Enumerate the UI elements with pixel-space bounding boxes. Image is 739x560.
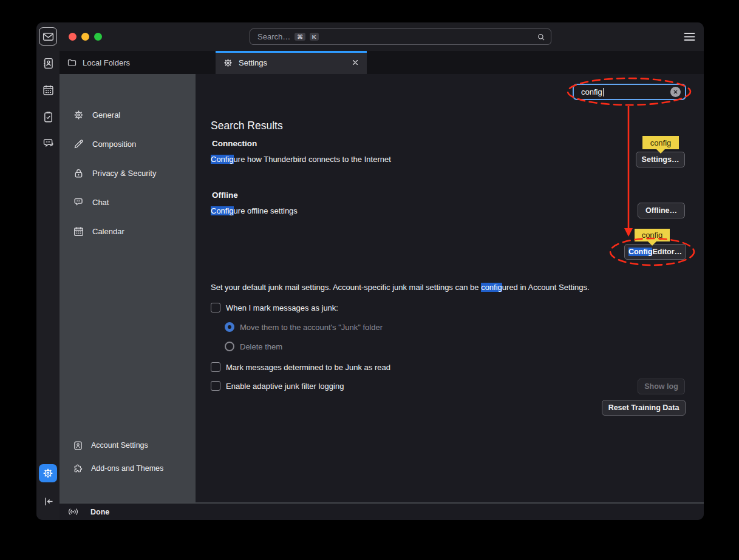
tab-settings[interactable]: Settings bbox=[216, 51, 367, 74]
highlighted-match: Config bbox=[628, 248, 653, 256]
calendar-icon bbox=[42, 84, 55, 96]
shortcut-k-key: K bbox=[310, 33, 319, 41]
address-book-icon bbox=[42, 57, 55, 70]
sidebar-item-general[interactable]: General bbox=[60, 100, 196, 129]
sidebar-footer: Account Settings Add-ons and Themes bbox=[60, 434, 196, 480]
settings-search-value: config bbox=[581, 87, 602, 96]
config-editor-button[interactable]: Config Editor… bbox=[624, 244, 686, 260]
connection-settings-button[interactable]: Settings… bbox=[636, 152, 685, 167]
checkbox-label: Enable adaptive junk filter logging bbox=[226, 382, 344, 391]
shortcut-cmd-key: ⌘ bbox=[295, 33, 305, 41]
checkbox-row-mark-junk: When I mark messages as junk: bbox=[211, 302, 338, 314]
global-search-field[interactable]: Search… ⌘ K bbox=[250, 29, 551, 45]
calendar-space-button[interactable] bbox=[39, 81, 57, 99]
puzzle-icon bbox=[73, 464, 83, 474]
text-caret bbox=[603, 88, 604, 96]
checkbox-row-mark-read: Mark messages determined to be Junk as r… bbox=[211, 361, 390, 373]
activity-broadcast-icon[interactable] bbox=[67, 507, 79, 516]
highlighted-match: config bbox=[481, 283, 502, 292]
chat-space-button[interactable] bbox=[39, 134, 57, 152]
status-bar: Done bbox=[60, 502, 704, 520]
close-window-button[interactable] bbox=[69, 33, 77, 41]
checkbox-label: Mark messages determined to be Junk as r… bbox=[226, 363, 390, 372]
spaces-toolbar bbox=[36, 22, 60, 520]
sidebar-item-privacy-security[interactable]: Privacy & Security bbox=[60, 158, 196, 187]
section-heading-offline: Offline bbox=[212, 191, 238, 200]
clear-search-button[interactable] bbox=[670, 87, 681, 97]
traffic-lights bbox=[69, 33, 102, 41]
sidebar-item-label: Composition bbox=[92, 140, 136, 149]
hamburger-menu-icon bbox=[684, 32, 695, 41]
move-to-junk-radio[interactable] bbox=[225, 322, 234, 332]
sidebar-item-label: Calendar bbox=[92, 227, 124, 236]
tasks-icon bbox=[42, 110, 55, 123]
sidebar-item-label: General bbox=[92, 110, 120, 120]
sidebar-item-addons-themes[interactable]: Add-ons and Themes bbox=[60, 457, 196, 480]
chat-icon bbox=[42, 137, 55, 150]
sidebar-item-composition[interactable]: Composition bbox=[60, 129, 196, 158]
settings-space-button[interactable] bbox=[39, 464, 57, 482]
intro-post: ured in Account Settings. bbox=[502, 283, 590, 292]
account-icon bbox=[73, 440, 83, 451]
checkbox-label: When I mark messages as junk: bbox=[226, 303, 338, 312]
highlighted-match: Config bbox=[211, 155, 234, 164]
app-menu-button[interactable] bbox=[683, 31, 695, 42]
tab-label: Local Folders bbox=[83, 58, 130, 67]
annotation-arrow-head bbox=[624, 228, 633, 237]
mail-icon bbox=[42, 30, 55, 43]
checkbox-row-adaptive-logging: Enable adaptive junk filter logging bbox=[211, 380, 344, 392]
button-label-rest: Editor… bbox=[652, 248, 682, 256]
close-tab-button[interactable] bbox=[351, 58, 359, 67]
gear-icon bbox=[223, 58, 233, 68]
sidebar-item-label: Add-ons and Themes bbox=[91, 464, 163, 473]
show-log-button[interactable]: Show log bbox=[638, 379, 685, 394]
pencil-icon bbox=[73, 138, 84, 150]
tab-bar: Local Folders Settings bbox=[60, 51, 704, 74]
section-heading-connection: Connection bbox=[212, 139, 257, 148]
calendar-icon bbox=[73, 226, 84, 237]
radio-label: Move them to the account's "Junk" folder bbox=[240, 323, 383, 332]
sidebar-item-label: Privacy & Security bbox=[92, 169, 156, 178]
settings-search-input[interactable]: config bbox=[573, 84, 686, 100]
result-description-offline: Configure offline settings bbox=[211, 206, 298, 215]
settings-content: config Search Results Connection Configu… bbox=[196, 74, 704, 502]
radio-row-delete: Delete them bbox=[225, 340, 282, 353]
radio-row-move-junk: Move them to the account's "Junk" folder bbox=[225, 321, 383, 333]
mark-read-checkbox[interactable] bbox=[211, 362, 220, 372]
tab-local-folders[interactable]: Local Folders bbox=[60, 51, 216, 74]
sidebar-item-calendar[interactable]: Calendar bbox=[60, 217, 196, 246]
mail-space-button[interactable] bbox=[39, 27, 57, 46]
delete-them-radio[interactable] bbox=[225, 342, 234, 351]
address-book-space-button[interactable] bbox=[39, 54, 57, 72]
collapse-spaces-button[interactable] bbox=[39, 492, 57, 510]
radio-label: Delete them bbox=[240, 342, 282, 351]
annotation-flag-config-1: config bbox=[642, 136, 679, 149]
description-rest: ure how Thunderbird connects to the Inte… bbox=[234, 155, 391, 164]
collapse-icon bbox=[42, 495, 55, 508]
highlighted-match: Config bbox=[211, 206, 234, 215]
sidebar-item-account-settings[interactable]: Account Settings bbox=[60, 434, 196, 457]
search-results-heading: Search Results bbox=[211, 120, 283, 132]
folder-icon bbox=[67, 58, 77, 68]
adaptive-logging-checkbox[interactable] bbox=[211, 381, 220, 391]
junk-settings-intro: Set your default junk mail settings. Acc… bbox=[211, 283, 590, 292]
sidebar-item-label: Account Settings bbox=[91, 441, 148, 450]
chat-bubbles-icon bbox=[73, 197, 84, 208]
minimize-window-button[interactable] bbox=[81, 33, 89, 41]
settings-sidebar: General Composition Privacy & Security C… bbox=[60, 74, 196, 502]
reset-training-data-button[interactable]: Reset Training Data bbox=[602, 400, 686, 416]
offline-button[interactable]: Offline… bbox=[638, 203, 685, 218]
mark-junk-checkbox[interactable] bbox=[211, 303, 220, 312]
tasks-space-button[interactable] bbox=[39, 107, 57, 126]
result-description-connection: Configure how Thunderbird connects to th… bbox=[211, 155, 391, 164]
sidebar-item-chat[interactable]: Chat bbox=[60, 187, 196, 217]
annotation-flag-config-2: config bbox=[635, 229, 670, 241]
lock-icon bbox=[73, 167, 84, 179]
titlebar: Search… ⌘ K bbox=[60, 22, 704, 51]
gear-icon bbox=[73, 109, 84, 121]
intro-pre: Set your default junk mail settings. Acc… bbox=[211, 283, 481, 292]
search-icon bbox=[536, 32, 546, 42]
thunderbird-window: Search… ⌘ K Local Folders Settings bbox=[36, 22, 704, 520]
description-rest: ure offline settings bbox=[234, 206, 298, 215]
zoom-window-button[interactable] bbox=[94, 33, 102, 41]
